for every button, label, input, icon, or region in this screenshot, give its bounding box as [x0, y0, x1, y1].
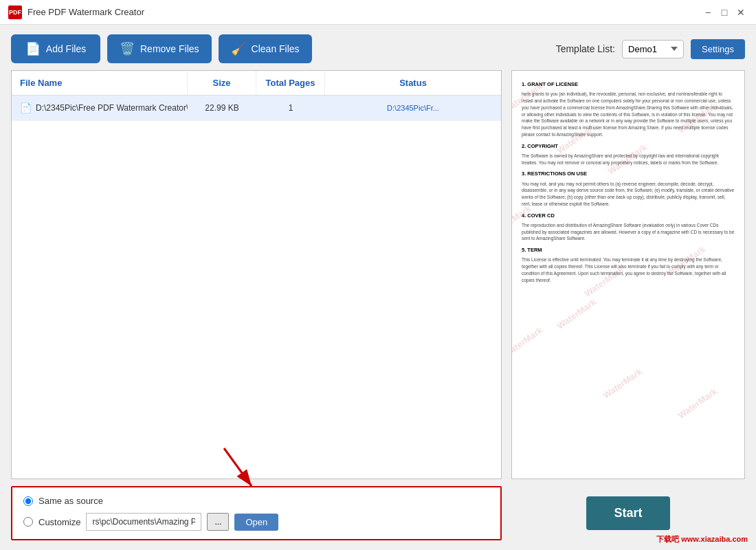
- remove-files-label: Remove Files: [140, 43, 199, 54]
- remove-files-icon: 🗑️: [120, 41, 135, 56]
- title-bar: PDF Free PDF Watermark Creator − □ ✕: [0, 0, 756, 25]
- content-row: File Name Size Total Pages Status 📄 D:\2…: [11, 70, 745, 479]
- table-body: 📄 D:\2345Pic\Free PDF Watermark Creator\…: [12, 96, 501, 478]
- section-heading-2: 2. COPYRIGHT: [522, 142, 735, 150]
- template-area: Template List: Demo1 Demo2 Demo3 Setting…: [556, 39, 745, 59]
- add-files-label: Add Files: [46, 43, 86, 54]
- template-label: Template List:: [556, 43, 615, 54]
- browse-button[interactable]: ...: [207, 513, 229, 531]
- minimize-button[interactable]: −: [701, 6, 715, 19]
- main-content: 📄 Add Files 🗑️ Remove Files 🧹 Clean File…: [0, 25, 756, 550]
- settings-button[interactable]: Settings: [691, 39, 745, 59]
- col-size: Size: [188, 71, 256, 95]
- branding: 下载吧 www.xiazaiba.com: [656, 534, 748, 544]
- customize-label[interactable]: Customize: [38, 517, 80, 527]
- remove-files-button[interactable]: 🗑️ Remove Files: [107, 34, 212, 63]
- close-button[interactable]: ✕: [734, 6, 748, 19]
- path-row: ... Open: [86, 513, 278, 531]
- section-heading-3: 3. RESTRICTIONS ON USE: [522, 170, 735, 177]
- section-body-4: The reproduction and distribution of Ama…: [522, 222, 735, 242]
- branding-text: 下载吧: [656, 535, 679, 543]
- title-bar-left: PDF Free PDF Watermark Creator: [8, 6, 144, 19]
- watermark-5: WaterMark: [512, 324, 546, 361]
- output-options: Same as source Customize ... Open: [11, 486, 502, 540]
- file-size-cell: 22.99 KB: [188, 96, 256, 120]
- app-icon: PDF: [8, 6, 22, 19]
- branding-url: www.xiazaiba.com: [681, 535, 748, 543]
- section-heading-5: 5. TERM: [522, 246, 735, 254]
- col-status: Status: [325, 71, 501, 95]
- clean-files-label: Clean Files: [252, 43, 300, 54]
- same-as-source-label[interactable]: Same as source: [38, 496, 103, 506]
- section-body-5: This License is effective until terminat…: [522, 256, 735, 283]
- section-heading-1: 1. GRANT OF LICENSE: [522, 80, 735, 88]
- customize-row: Customize ... Open: [23, 513, 489, 531]
- open-button[interactable]: Open: [234, 514, 278, 531]
- section-heading-4: 4. COVER CD: [522, 212, 735, 219]
- preview-panel: 1. GRANT OF LICENSE here grants to you (…: [511, 70, 745, 479]
- section-body-2: The Software is owned by AmazingShare an…: [522, 153, 735, 166]
- watermark-9: WaterMark: [675, 385, 720, 422]
- output-path-input[interactable]: [86, 513, 201, 531]
- same-as-source-row: Same as source: [23, 496, 489, 506]
- watermark-6: WaterMark: [601, 365, 645, 402]
- start-area: Start: [511, 486, 745, 540]
- clean-files-button[interactable]: 🧹 Clean Files: [219, 34, 312, 63]
- file-pages-cell: 1: [256, 96, 325, 120]
- preview-content: 1. GRANT OF LICENSE here grants to you (…: [512, 71, 744, 478]
- watermark-11: WaterMark: [554, 296, 599, 333]
- file-name-cell: 📄 D:\2345Pic\Free PDF Watermark Creator\…: [12, 96, 188, 120]
- bottom-section: Same as source Customize ... Open Start: [11, 486, 745, 540]
- clean-files-icon: 🧹: [231, 41, 246, 56]
- col-filename: File Name: [12, 71, 188, 95]
- title-bar-controls: − □ ✕: [701, 6, 748, 19]
- template-select[interactable]: Demo1 Demo2 Demo3: [622, 40, 684, 58]
- table-row[interactable]: 📄 D:\2345Pic\Free PDF Watermark Creator\…: [12, 96, 501, 121]
- customize-radio[interactable]: [23, 517, 33, 527]
- file-status-cell: D:\2345Pic\Fr...: [325, 97, 501, 119]
- pdf-file-icon: 📄: [20, 102, 32, 113]
- toolbar: 📄 Add Files 🗑️ Remove Files 🧹 Clean File…: [11, 34, 745, 63]
- file-table: File Name Size Total Pages Status 📄 D:\2…: [11, 70, 502, 479]
- app-title: Free PDF Watermark Creator: [27, 7, 144, 17]
- add-files-button[interactable]: 📄 Add Files: [11, 34, 100, 63]
- same-as-source-radio[interactable]: [23, 496, 33, 506]
- maximize-button[interactable]: □: [718, 6, 731, 19]
- table-header: File Name Size Total Pages Status: [12, 71, 501, 96]
- add-files-icon: 📄: [25, 41, 41, 56]
- start-button[interactable]: Start: [586, 496, 669, 530]
- section-body-1: here grants to you (an individual), the …: [522, 91, 735, 138]
- section-body-3: You may not, and you may not permit othe…: [522, 181, 735, 208]
- file-path: D:\2345Pic\Free PDF Watermark Creator\te…: [36, 103, 188, 113]
- col-total-pages: Total Pages: [256, 71, 325, 95]
